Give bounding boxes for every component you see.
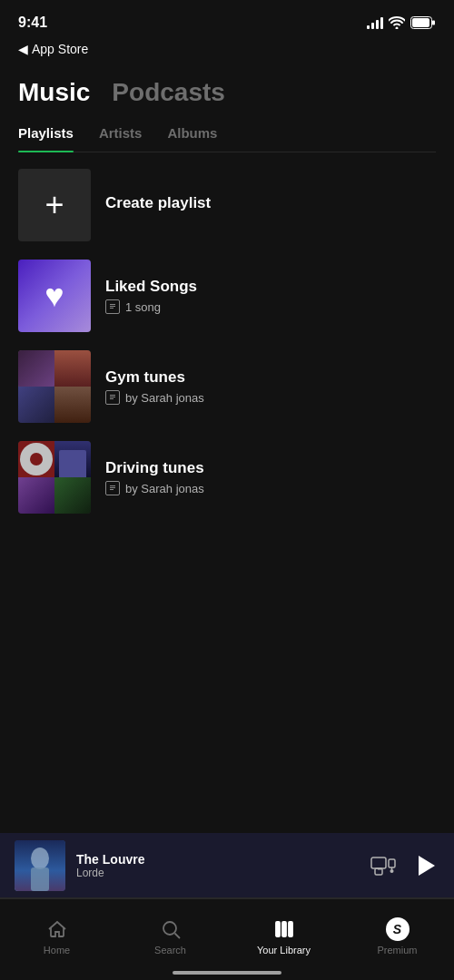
tab-podcasts[interactable]: Podcasts — [112, 78, 225, 107]
subtab-albums[interactable]: Albums — [167, 125, 217, 152]
nav-label-premium: Premium — [377, 945, 417, 956]
list-item[interactable]: Driving tunes by Sarah jonas — [0, 432, 454, 523]
nav-label-search: Search — [154, 945, 186, 956]
plus-icon: + — [44, 186, 64, 224]
playlist-info: Driving tunes by Sarah jonas — [105, 459, 436, 495]
lorde-art-svg — [15, 840, 65, 891]
svg-point-12 — [163, 922, 176, 935]
nav-item-search[interactable]: Search — [114, 906, 227, 956]
bottom-nav: Home Search Your Library S Premium — [0, 898, 454, 980]
playlist-title: Gym tunes — [105, 368, 436, 387]
playlist-sub: 1 song — [125, 300, 161, 314]
playlist-info: Liked Songs 1 song — [105, 278, 436, 314]
svg-rect-14 — [276, 922, 280, 936]
status-bar: 9:41 — [0, 0, 454, 40]
playlist-title: Driving tunes — [105, 459, 436, 477]
playlist-info: Gym tunes by Sarah jonas — [105, 368, 436, 405]
spotify-s: S — [393, 922, 401, 936]
list-item[interactable]: ♥ Liked Songs 1 song — [0, 250, 454, 341]
gym-collage — [18, 350, 91, 423]
svg-point-4 — [31, 848, 49, 869]
playlist-list: + Create playlist ♥ Liked Songs 1 song — [0, 152, 454, 530]
playlist-info: Create playlist — [105, 194, 436, 216]
library-bars-svg — [273, 918, 295, 940]
search-icon — [159, 917, 183, 941]
driving-tunes-thumb — [18, 441, 91, 514]
playlist-type-icon — [105, 481, 120, 495]
tab-music[interactable]: Music — [18, 78, 90, 107]
svg-rect-15 — [282, 922, 286, 936]
album-art — [15, 840, 65, 891]
back-label: App Store — [32, 42, 88, 56]
now-playing-info: The Louvre Lorde — [65, 852, 370, 879]
nav-label-home: Home — [44, 945, 70, 956]
cast-icon — [370, 856, 396, 876]
home-indicator — [173, 971, 281, 975]
back-arrow-icon: ◀ — [18, 42, 28, 56]
create-playlist-thumb: + — [18, 169, 91, 241]
signal-icon — [367, 16, 383, 29]
svg-line-13 — [174, 933, 180, 938]
playlist-meta: 1 song — [105, 299, 436, 314]
playlist-meta: by Sarah jonas — [105, 390, 436, 405]
now-playing-bar[interactable]: The Louvre Lorde — [0, 833, 454, 898]
playlist-meta: by Sarah jonas — [105, 481, 436, 495]
premium-icon: S — [386, 917, 410, 941]
subtab-artists[interactable]: Artists — [99, 125, 143, 152]
now-playing-title: The Louvre — [76, 852, 360, 867]
nav-item-home[interactable]: Home — [0, 906, 114, 956]
now-playing-artist: Lorde — [76, 867, 360, 879]
nav-label-library: Your Library — [257, 945, 311, 956]
svg-rect-2 — [432, 21, 435, 25]
drive-collage — [18, 441, 91, 514]
svg-point-10 — [390, 869, 394, 873]
gym-tunes-thumb — [18, 350, 91, 423]
playlist-title: Liked Songs — [105, 278, 436, 296]
status-icons — [367, 16, 436, 29]
back-nav[interactable]: ◀ App Store — [0, 40, 454, 64]
subtab-playlists[interactable]: Playlists — [18, 125, 74, 152]
device-icon[interactable] — [370, 853, 396, 878]
svg-rect-9 — [389, 859, 395, 867]
wifi-icon — [389, 16, 405, 29]
svg-rect-1 — [412, 18, 429, 27]
battery-icon — [410, 16, 436, 29]
playlist-title: Create playlist — [105, 194, 436, 212]
play-button[interactable] — [410, 851, 439, 880]
playlist-sub: by Sarah jonas — [125, 482, 204, 495]
heart-icon: ♥ — [44, 277, 64, 315]
svg-rect-6 — [371, 858, 386, 868]
library-icon — [272, 917, 296, 941]
list-item[interactable]: + Create playlist — [0, 160, 454, 250]
now-playing-controls — [370, 851, 439, 880]
sub-tabs: Playlists Artists Albums — [18, 125, 436, 152]
play-icon — [419, 856, 435, 876]
playlist-sub: by Sarah jonas — [125, 391, 204, 405]
nav-item-library[interactable]: Your Library — [227, 906, 340, 956]
status-time: 9:41 — [18, 15, 47, 31]
header-tabs: Music Podcasts — [18, 78, 436, 107]
now-playing-art — [15, 840, 65, 891]
liked-songs-thumb: ♥ — [18, 260, 91, 332]
playlist-type-icon — [105, 299, 120, 314]
svg-rect-8 — [378, 868, 381, 870]
svg-rect-5 — [31, 867, 49, 891]
header: Music Podcasts Playlists Artists Albums — [0, 64, 454, 152]
list-item[interactable]: Gym tunes by Sarah jonas — [0, 341, 454, 432]
svg-rect-16 — [289, 922, 292, 936]
nav-item-premium[interactable]: S Premium — [340, 906, 454, 956]
premium-circle: S — [386, 917, 410, 941]
home-icon — [45, 917, 69, 941]
playlist-type-icon — [105, 390, 120, 405]
